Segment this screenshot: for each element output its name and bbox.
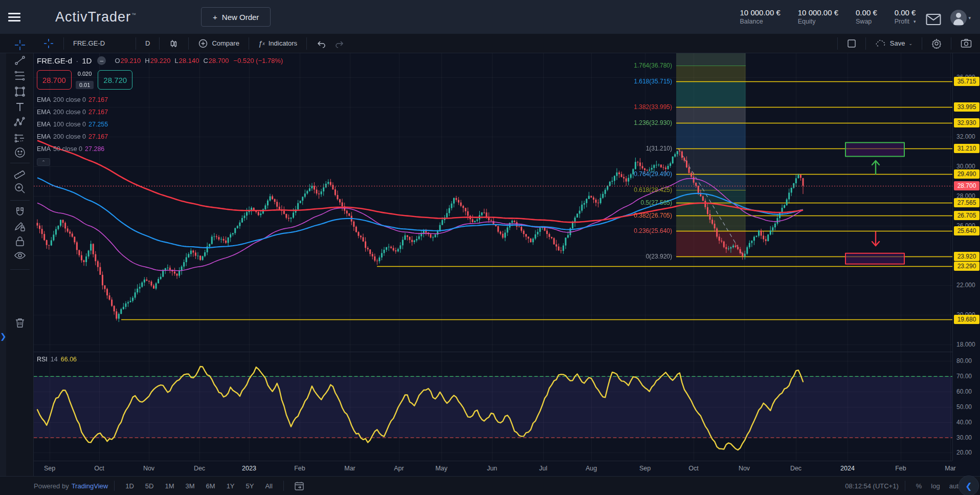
lock-all-tool-button[interactable] (13, 235, 27, 250)
time-label: Nov (739, 465, 750, 472)
trendline-tool-button[interactable] (13, 54, 27, 69)
indicator-row[interactable]: EMA50 close 027.286 (37, 143, 283, 155)
powered-by-label: Powered by (34, 482, 69, 490)
range-button-6m[interactable]: 6M (202, 481, 220, 491)
screenshot-button[interactable] (956, 38, 976, 48)
fib-tool-button[interactable] (13, 69, 27, 84)
chart-style-button[interactable] (165, 38, 183, 49)
range-button-1d[interactable]: 1D (121, 481, 139, 491)
price-level-badge: 29.490 (954, 169, 979, 179)
undo-button[interactable] (312, 39, 330, 48)
collapse-right-panel-button[interactable]: ❮ (959, 476, 979, 495)
new-order-button[interactable]: + New Order (201, 7, 271, 27)
forecast-tool-button[interactable] (13, 131, 27, 146)
price-scale[interactable]: 36.00032.00030.00028.00026.00022.00020.0… (952, 53, 980, 461)
percent-scale-button[interactable]: % (911, 481, 927, 491)
indicator-row[interactable]: EMA100 close 027.255 (37, 118, 283, 131)
compare-button[interactable]: Compare (194, 38, 243, 49)
spread-points: 0.020 (78, 71, 92, 77)
collapse-legend-button[interactable]: ⌃ (37, 158, 50, 166)
sell-button[interactable]: 28.700 (37, 70, 72, 90)
tradingview-link[interactable]: TradingView (72, 482, 108, 490)
ohlc-value: 29.210 (121, 57, 141, 64)
mail-icon[interactable] (926, 13, 941, 26)
redo-icon (335, 39, 345, 48)
range-button-5y[interactable]: 5Y (241, 481, 259, 491)
fib-tool-icon (13, 69, 27, 82)
indicator-params: 200 close 0 (53, 106, 86, 118)
ohlc-item: L28.140 (174, 57, 199, 64)
range-button-1m[interactable]: 1M (160, 481, 179, 491)
measure-tool-button[interactable] (13, 166, 27, 182)
rsi-legend: RSI 14 66.06 (37, 356, 77, 363)
zoom-in-tool-button[interactable] (13, 182, 27, 197)
price-tick: 22.000 (956, 282, 975, 289)
redo-button[interactable] (330, 39, 349, 48)
time-label: Dec (194, 465, 205, 472)
hide-all-tool-icon (13, 249, 27, 263)
range-button-all[interactable]: All (260, 481, 277, 491)
left-edge-strip (0, 53, 6, 476)
ohlc-item: C28.700 (203, 57, 229, 64)
interval-button[interactable]: D (141, 39, 154, 47)
chevron-down-icon[interactable]: ▾ (914, 19, 916, 25)
indicator-row[interactable]: EMA200 close 027.167 (37, 131, 283, 143)
range-button-3m[interactable]: 3M (181, 481, 199, 491)
indicator-name: EMA (37, 131, 51, 143)
time-label: Jun (487, 465, 497, 472)
buy-button[interactable]: 28.720 (98, 70, 132, 90)
indicators-button[interactable]: ƒx Indicators (254, 39, 301, 48)
remove-all-tool-button[interactable] (13, 316, 27, 332)
time-label: Sep (639, 465, 651, 472)
chevron-down-icon: ⌄ (908, 41, 912, 46)
toolbar-separator (10, 200, 30, 201)
range-button-1y[interactable]: 1Y (222, 481, 239, 491)
pattern-tool-icon (13, 116, 27, 129)
toolbar-separator (10, 269, 30, 270)
crosshair-tool-button[interactable] (39, 38, 58, 49)
menu-icon[interactable] (8, 13, 20, 21)
crosshair-tool-button[interactable] (13, 38, 27, 54)
pattern-tool-button[interactable] (13, 116, 27, 131)
user-menu[interactable]: ▾ (950, 10, 971, 26)
symbol-search-button[interactable]: FRE.GE-D (69, 39, 130, 47)
indicator-row[interactable]: EMA200 close 027.167 (37, 106, 283, 118)
text-tool-button[interactable] (13, 100, 27, 116)
time-axis[interactable]: SepOctNovDec2023FebMarAprMayJunJulAugSep… (34, 461, 952, 476)
layout-checkbox[interactable] (843, 39, 860, 48)
last-price-badge: 28.700 (954, 181, 979, 190)
magnet-tool-button[interactable] (13, 206, 27, 221)
lock-all-tool-icon (13, 235, 27, 248)
draw-lock-tool-icon (13, 220, 27, 233)
rsi-value: 66.06 (61, 356, 77, 363)
ohlc-item: H29.220 (145, 57, 170, 64)
market-status-icon[interactable]: – (97, 56, 106, 65)
expand-left-panel-button[interactable]: ❯ (0, 332, 7, 341)
price-level-badge: 23.290 (954, 262, 979, 271)
price-tick: 32.000 (956, 133, 975, 140)
rsi-tick: 60.00 (956, 388, 972, 395)
settings-button[interactable] (927, 38, 946, 49)
emoji-tool-button[interactable] (13, 146, 27, 161)
shapes-tool-button[interactable] (13, 85, 27, 100)
indicator-row[interactable]: EMA200 close 027.167 (37, 94, 283, 106)
indicator-name: EMA (37, 118, 51, 131)
draw-lock-tool-button[interactable] (13, 220, 27, 235)
save-button[interactable]: Save ⌄ (871, 39, 917, 48)
legend-symbol[interactable]: FRE.GE-d (37, 56, 72, 65)
rsi-tick: 70.00 (956, 373, 972, 380)
checkbox-icon (847, 39, 856, 48)
clock[interactable]: 08:12:54 (UTC+1) (845, 482, 898, 490)
chevron-down-icon: ▾ (968, 15, 971, 20)
hide-all-tool-button[interactable] (13, 249, 27, 265)
indicator-params: 100 close 0 (53, 118, 86, 131)
account-stat: 0.00 €Profit▾ (895, 8, 916, 26)
time-label: Feb (895, 465, 906, 472)
range-button-5d[interactable]: 5D (141, 481, 159, 491)
log-scale-button[interactable]: log (926, 481, 944, 491)
fib-level-label: 1.618(35.715) (634, 78, 672, 85)
time-label: Feb (294, 465, 305, 472)
stat-label: Profit▾ (895, 18, 916, 26)
go-to-date-button[interactable] (290, 481, 308, 491)
compare-icon (198, 38, 208, 49)
